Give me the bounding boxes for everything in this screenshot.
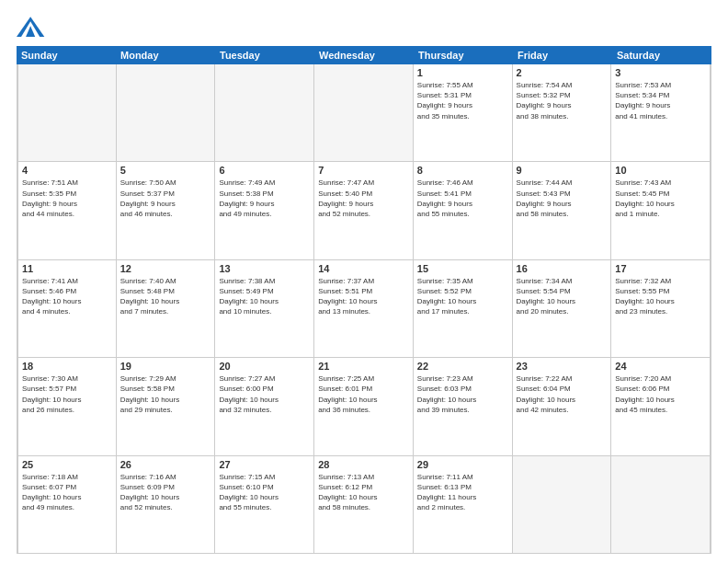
day-info: Sunrise: 7:27 AM Sunset: 6:00 PM Dayligh…	[219, 373, 310, 415]
calendar-cell: 26Sunrise: 7:16 AM Sunset: 6:09 PM Dayli…	[117, 456, 216, 553]
day-number: 29	[417, 459, 508, 470]
day-number: 12	[120, 263, 211, 274]
calendar-cell: 7Sunrise: 7:47 AM Sunset: 5:40 PM Daylig…	[314, 162, 414, 259]
day-number: 15	[417, 263, 508, 274]
day-info: Sunrise: 7:34 AM Sunset: 5:54 PM Dayligh…	[517, 276, 608, 317]
day-number: 22	[417, 361, 508, 372]
day-info: Sunrise: 7:16 AM Sunset: 6:09 PM Dayligh…	[120, 472, 211, 513]
header-day-wednesday: Wednesday	[314, 46, 414, 64]
day-info: Sunrise: 7:55 AM Sunset: 5:31 PM Dayligh…	[417, 80, 508, 121]
header	[17, 15, 711, 40]
day-info: Sunrise: 7:43 AM Sunset: 5:45 PM Dayligh…	[615, 178, 706, 219]
calendar-cell: 16Sunrise: 7:34 AM Sunset: 5:54 PM Dayli…	[513, 260, 612, 357]
day-number: 1	[417, 67, 508, 78]
calendar-cell: 1Sunrise: 7:55 AM Sunset: 5:31 PM Daylig…	[414, 64, 513, 161]
header-day-monday: Monday	[116, 46, 215, 64]
day-number: 14	[318, 263, 409, 274]
calendar-header: SundayMondayTuesdayWednesdayThursdayFrid…	[17, 46, 711, 64]
calendar-cell: 14Sunrise: 7:37 AM Sunset: 5:51 PM Dayli…	[314, 260, 414, 357]
header-day-sunday: Sunday	[17, 46, 116, 64]
calendar-cell: 11Sunrise: 7:41 AM Sunset: 5:46 PM Dayli…	[17, 260, 117, 357]
day-info: Sunrise: 7:29 AM Sunset: 5:58 PM Dayligh…	[120, 373, 211, 415]
day-info: Sunrise: 7:13 AM Sunset: 6:12 PM Dayligh…	[318, 472, 409, 513]
day-info: Sunrise: 7:32 AM Sunset: 5:55 PM Dayligh…	[615, 276, 706, 317]
calendar-cell	[314, 64, 414, 161]
day-info: Sunrise: 7:47 AM Sunset: 5:40 PM Dayligh…	[318, 178, 409, 219]
calendar-cell: 21Sunrise: 7:25 AM Sunset: 6:01 PM Dayli…	[314, 358, 414, 454]
calendar-cell: 10Sunrise: 7:43 AM Sunset: 5:45 PM Dayli…	[611, 162, 711, 259]
day-info: Sunrise: 7:46 AM Sunset: 5:41 PM Dayligh…	[417, 178, 508, 219]
day-number: 24	[615, 361, 706, 372]
header-day-thursday: Thursday	[414, 46, 513, 64]
calendar-cell: 6Sunrise: 7:49 AM Sunset: 5:38 PM Daylig…	[215, 162, 314, 259]
calendar-week-3: 11Sunrise: 7:41 AM Sunset: 5:46 PM Dayli…	[17, 260, 711, 358]
day-number: 17	[615, 263, 706, 274]
calendar-cell: 2Sunrise: 7:54 AM Sunset: 5:32 PM Daylig…	[513, 64, 612, 161]
day-info: Sunrise: 7:25 AM Sunset: 6:01 PM Dayligh…	[318, 373, 409, 415]
calendar-week-4: 18Sunrise: 7:30 AM Sunset: 5:57 PM Dayli…	[17, 358, 711, 455]
day-number: 2	[517, 67, 608, 78]
header-day-tuesday: Tuesday	[215, 46, 314, 64]
calendar-cell: 18Sunrise: 7:30 AM Sunset: 5:57 PM Dayli…	[17, 358, 117, 454]
calendar-cell: 5Sunrise: 7:50 AM Sunset: 5:37 PM Daylig…	[117, 162, 216, 259]
day-number: 9	[517, 165, 608, 176]
calendar-body: 1Sunrise: 7:55 AM Sunset: 5:31 PM Daylig…	[17, 64, 711, 554]
day-info: Sunrise: 7:30 AM Sunset: 5:57 PM Dayligh…	[22, 373, 112, 415]
day-info: Sunrise: 7:41 AM Sunset: 5:46 PM Dayligh…	[22, 276, 112, 317]
calendar-cell: 23Sunrise: 7:22 AM Sunset: 6:04 PM Dayli…	[513, 358, 612, 454]
calendar-cell	[611, 456, 711, 553]
day-info: Sunrise: 7:50 AM Sunset: 5:37 PM Dayligh…	[120, 178, 211, 219]
calendar-cell: 19Sunrise: 7:29 AM Sunset: 5:58 PM Dayli…	[117, 358, 216, 454]
day-number: 28	[318, 459, 409, 470]
day-info: Sunrise: 7:40 AM Sunset: 5:48 PM Dayligh…	[120, 276, 211, 317]
calendar-cell	[117, 64, 216, 161]
day-info: Sunrise: 7:20 AM Sunset: 6:06 PM Dayligh…	[615, 373, 706, 415]
day-info: Sunrise: 7:51 AM Sunset: 5:35 PM Dayligh…	[22, 178, 112, 219]
day-number: 10	[615, 165, 706, 176]
day-info: Sunrise: 7:49 AM Sunset: 5:38 PM Dayligh…	[219, 178, 310, 219]
day-number: 27	[219, 459, 310, 470]
calendar-cell: 17Sunrise: 7:32 AM Sunset: 5:55 PM Dayli…	[611, 260, 711, 357]
header-day-saturday: Saturday	[612, 46, 711, 64]
day-info: Sunrise: 7:38 AM Sunset: 5:49 PM Dayligh…	[219, 276, 310, 317]
day-number: 23	[517, 361, 608, 372]
calendar-cell	[215, 64, 314, 161]
day-number: 3	[615, 67, 706, 78]
calendar-cell: 13Sunrise: 7:38 AM Sunset: 5:49 PM Dayli…	[215, 260, 314, 357]
calendar-cell: 24Sunrise: 7:20 AM Sunset: 6:06 PM Dayli…	[611, 358, 711, 454]
header-day-friday: Friday	[513, 46, 612, 64]
day-info: Sunrise: 7:35 AM Sunset: 5:52 PM Dayligh…	[417, 276, 508, 317]
calendar-cell: 15Sunrise: 7:35 AM Sunset: 5:52 PM Dayli…	[414, 260, 513, 357]
day-info: Sunrise: 7:15 AM Sunset: 6:10 PM Dayligh…	[219, 472, 310, 513]
day-number: 16	[517, 263, 608, 274]
day-number: 19	[120, 361, 211, 372]
day-number: 6	[219, 165, 310, 176]
day-info: Sunrise: 7:53 AM Sunset: 5:34 PM Dayligh…	[615, 80, 706, 121]
day-number: 11	[22, 263, 112, 274]
calendar-cell: 20Sunrise: 7:27 AM Sunset: 6:00 PM Dayli…	[215, 358, 314, 454]
calendar-cell	[17, 64, 117, 161]
day-info: Sunrise: 7:23 AM Sunset: 6:03 PM Dayligh…	[417, 373, 508, 415]
day-number: 25	[22, 459, 112, 470]
calendar-cell: 27Sunrise: 7:15 AM Sunset: 6:10 PM Dayli…	[215, 456, 314, 553]
calendar-cell: 3Sunrise: 7:53 AM Sunset: 5:34 PM Daylig…	[611, 64, 711, 161]
day-info: Sunrise: 7:11 AM Sunset: 6:13 PM Dayligh…	[417, 472, 508, 513]
calendar-cell: 25Sunrise: 7:18 AM Sunset: 6:07 PM Dayli…	[17, 456, 117, 553]
calendar-cell	[513, 456, 612, 553]
day-number: 5	[120, 165, 211, 176]
day-number: 21	[318, 361, 409, 372]
calendar-cell: 12Sunrise: 7:40 AM Sunset: 5:48 PM Dayli…	[117, 260, 216, 357]
day-info: Sunrise: 7:44 AM Sunset: 5:43 PM Dayligh…	[517, 178, 608, 219]
logo	[17, 15, 50, 40]
day-number: 4	[22, 165, 112, 176]
day-number: 18	[22, 361, 112, 372]
calendar-cell: 28Sunrise: 7:13 AM Sunset: 6:12 PM Dayli…	[314, 456, 414, 553]
day-info: Sunrise: 7:37 AM Sunset: 5:51 PM Dayligh…	[318, 276, 409, 317]
day-number: 26	[120, 459, 211, 470]
calendar-week-5: 25Sunrise: 7:18 AM Sunset: 6:07 PM Dayli…	[17, 456, 711, 553]
page: SundayMondayTuesdayWednesdayThursdayFrid…	[0, 0, 728, 563]
logo-icon	[17, 15, 46, 40]
day-number: 13	[219, 263, 310, 274]
day-number: 8	[417, 165, 508, 176]
calendar-cell: 9Sunrise: 7:44 AM Sunset: 5:43 PM Daylig…	[513, 162, 612, 259]
